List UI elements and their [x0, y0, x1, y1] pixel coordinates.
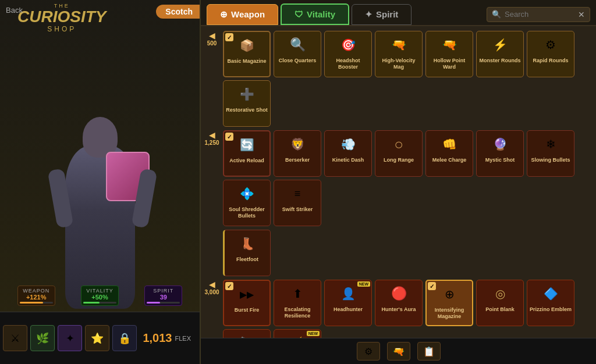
item-berserker[interactable]: 🦁 Berserker	[274, 130, 321, 177]
vitality-tab-icon: 🛡	[295, 9, 303, 19]
item-tesla-bullets[interactable]: ⚡ Tesla Bullets	[274, 329, 321, 338]
prizzino-icon: 🔷	[540, 283, 562, 305]
vitality-label: VITALITY	[86, 288, 113, 294]
item-sharpshooter[interactable]: 🔭 Sharpshooter	[223, 329, 271, 338]
check-icon: ✓	[225, 133, 233, 141]
item-active-reload[interactable]: ✓ 🔄 Active Reload	[223, 130, 271, 177]
search-bar: 🔍 ✕	[487, 7, 590, 22]
item-headhunter[interactable]: 👤 Headhunter	[324, 280, 372, 326]
item-fleetfoot[interactable]: 👢 Fleetfoot	[223, 230, 271, 276]
intensifying-mag-icon: ⊕	[438, 283, 460, 305]
item-soul-shredder[interactable]: 💠 Soul Shredder Bullets	[223, 180, 271, 226]
bottom-nav-btn-1[interactable]: ⚙	[357, 342, 380, 361]
tab-vitality[interactable]: 🛡 Vitality	[281, 3, 349, 25]
vitality-icon-btn[interactable]: 🌿	[30, 325, 55, 351]
item-headshot-booster[interactable]: 🎯 Headshot Booster	[324, 31, 372, 77]
shop-logo: THE CURIOSITY SHOP	[17, 3, 106, 33]
item-hollow-point[interactable]: 🔫 Hollow Point Ward	[425, 31, 473, 77]
item-prizzino[interactable]: 🔷 Prizzino Emblem	[527, 280, 574, 326]
item-slowing-bullets[interactable]: ❄ Slowing Bullets	[527, 130, 574, 177]
item-basic-magazine[interactable]: ✓ 📦 Basic Magazine	[223, 31, 271, 77]
intensifying-mag-name: Intensifying Magazine	[428, 307, 470, 320]
character-area	[0, 67, 200, 309]
spirit-stat: SPIRIT 39	[144, 286, 182, 306]
item-escalating[interactable]: ⬆ Escalating Resilience	[274, 280, 321, 326]
restorative-shot-name: Restorative Shot	[226, 107, 268, 113]
prizzino-name: Prizzino Emblem	[530, 306, 572, 313]
item-restorative-shot[interactable]: ➕ Restorative Shot	[223, 80, 271, 127]
high-velocity-icon: 🔫	[388, 34, 410, 56]
item-long-range[interactable]: ○ Long Range	[375, 130, 423, 177]
burst-fire-icon: ▶▶	[236, 283, 258, 305]
search-icon: 🔍	[492, 10, 501, 19]
logo-curiosity: CURIOSITY	[17, 9, 106, 25]
slowing-bullets-icon: ❄	[540, 133, 562, 155]
tier2-cost: ◀ 1,250	[204, 130, 220, 146]
berserker-icon: 🦁	[286, 133, 308, 155]
spirit-tab-label: Spirit	[376, 9, 398, 19]
item-point-blank[interactable]: ◎ Point Blank	[476, 280, 524, 326]
back-button[interactable]: Back	[6, 6, 23, 15]
item-hunters-aura[interactable]: 🔴 Hunter's Aura	[375, 280, 423, 326]
item-mystic-shot[interactable]: 🔮 Mystic Shot	[476, 130, 524, 177]
melee-charge-name: Melee Charge	[432, 157, 467, 163]
tab-weapon[interactable]: ⊕ Weapon	[207, 4, 278, 25]
item-burst-fire[interactable]: ✓ ▶▶ Burst Fire	[223, 280, 271, 326]
item-close-quarters[interactable]: 🔍 Close Quarters	[274, 31, 321, 77]
flex-label: FLEX	[175, 335, 191, 342]
berserker-name: Berserker	[285, 157, 310, 163]
sharpshooter-icon: 🔭	[236, 332, 258, 338]
tier2b-cost: ◀	[204, 230, 220, 239]
tab-spirit[interactable]: ✦ Spirit	[352, 4, 411, 25]
item-melee-charge[interactable]: 👊 Melee Charge	[425, 130, 473, 177]
tier2-items: ✓ 🔄 Active Reload 🦁 Berserker 💨 Kinetic …	[223, 130, 590, 226]
extra-icon-btn[interactable]: ⭐	[85, 325, 109, 351]
bottom-nav-btn-2[interactable]: 🔫	[387, 342, 410, 361]
hunters-aura-name: Hunter's Aura	[382, 306, 416, 313]
rapid-rounds-icon: ⚙	[540, 34, 562, 56]
close-quarters-icon: 🔍	[286, 34, 308, 56]
item-intensifying-magazine[interactable]: ✓ ⊕ Intensifying Magazine	[425, 280, 473, 326]
spirit-icon-btn[interactable]: ✦	[58, 325, 82, 351]
souls-display: 1,013	[143, 331, 172, 345]
tier-row-2: ◀ 1,250 ✓ 🔄 Active Reload 🦁 Berserker 💨 …	[204, 130, 590, 226]
slowing-bullets-name: Slowing Bullets	[531, 157, 570, 163]
item-high-velocity[interactable]: 🔫 High-Velocity Mag	[375, 31, 423, 77]
monster-rounds-name: Monster Rounds	[480, 58, 521, 64]
hollow-point-name: Hollow Point Ward	[428, 58, 471, 70]
main-panel: ⊕ Weapon 🛡 Vitality ✦ Spirit 🔍 ✕ ◀ 500	[201, 0, 596, 364]
lock-icon-btn[interactable]: 🔒	[112, 325, 137, 351]
high-velocity-name: High-Velocity Mag	[377, 58, 420, 70]
spirit-tab-icon: ✦	[365, 9, 372, 20]
tier1-items: ✓ 📦 Basic Magazine 🔍 Close Quarters 🎯 He…	[223, 31, 590, 127]
restorative-shot-icon: ➕	[236, 83, 258, 105]
burst-fire-name: Burst Fire	[235, 307, 260, 313]
bottom-nav-btn-3[interactable]: 📋	[417, 342, 441, 361]
basic-magazine-name: Basic Magazine	[227, 58, 266, 65]
weapon-tab-icon: ⊕	[220, 9, 228, 20]
spirit-value: 39	[160, 294, 167, 301]
item-rapid-rounds[interactable]: ⚙ Rapid Rounds	[527, 31, 574, 77]
headshot-booster-name: Headshot Booster	[327, 58, 370, 70]
mystic-shot-icon: 🔮	[489, 133, 511, 155]
escalating-name: Escalating Resilience	[276, 306, 319, 319]
content-area[interactable]: ◀ 500 ✓ 📦 Basic Magazine 🔍 Close Quarter…	[201, 26, 596, 338]
item-monster-rounds[interactable]: ⚡ Monster Rounds	[476, 31, 524, 77]
bottom-icon-bar: ⚔ 🌿 ✦ ⭐ 🔒 1,013 FLEX	[0, 312, 200, 364]
fleetfoot-name: Fleetfoot	[236, 256, 258, 263]
search-close-icon[interactable]: ✕	[578, 10, 585, 19]
check-icon: ✓	[225, 33, 233, 41]
check-icon: ✓	[428, 282, 436, 290]
item-swift-striker[interactable]: ≡ Swift Striker	[274, 180, 321, 226]
item-kinetic-dash[interactable]: 💨 Kinetic Dash	[324, 130, 372, 177]
melee-charge-icon: 👊	[438, 133, 460, 155]
main-bottom-bar: ⚙ 🔫 📋	[201, 338, 596, 364]
active-reload-icon: 🔄	[236, 134, 258, 156]
weapon-icon-btn[interactable]: ⚔	[3, 325, 27, 351]
monster-rounds-icon: ⚡	[489, 34, 511, 56]
vitality-stat: VITALITY +50%	[81, 286, 119, 306]
search-input[interactable]	[505, 10, 574, 19]
swift-striker-name: Swift Striker	[282, 206, 313, 213]
tier1-cost: ◀ 500	[204, 31, 220, 47]
long-range-icon: ○	[388, 133, 410, 155]
